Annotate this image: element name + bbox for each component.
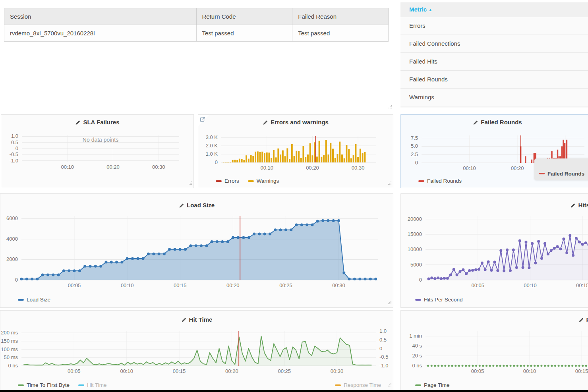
return-code-cell: Test passed [196,25,292,42]
svg-text:0: 0 [15,145,18,151]
svg-text:-1.0: -1.0 [379,363,388,369]
legend-color-dash [335,384,341,386]
svg-text:7.5: 7.5 [411,135,418,141]
svg-text:20000: 20000 [408,216,422,222]
tooltip-series-dash [539,173,545,174]
metric-table-panel: Metric ▲ Errors Failed Connections Faile… [400,2,588,108]
legend-item-response-time[interactable]: Response Time [335,382,381,388]
metric-row-errors[interactable]: Errors [400,17,588,35]
legend-item-failed-rounds[interactable]: Failed Rounds [418,178,462,184]
session-name-cell: rvdemo_8xl_5700vu_20160228l [4,25,197,42]
svg-text:00:15: 00:15 [576,282,588,288]
chart-legend: Page Time [415,382,588,388]
svg-text:100 ms: 100 ms [1,346,18,352]
legend-item-warnings[interactable]: Warnings [248,178,279,184]
svg-text:00:20: 00:20 [511,165,524,171]
svg-text:00:10: 00:10 [120,368,133,374]
svg-text:40 s: 40 s [412,343,422,349]
metric-row-failed-connections[interactable]: Failed Connections [400,35,588,53]
sla-failures-chart-canvas[interactable]: 1.00.50-0.5-1.000:1000:2000:30No data po… [1,115,193,188]
svg-text:00:05: 00:05 [471,368,484,374]
legend-item-hits-per-second[interactable]: Hits Per Second [415,297,463,303]
session-table-row[interactable]: rvdemo_8xl_5700vu_20160228l Test passed … [4,25,389,42]
svg-text:0: 0 [379,346,382,351]
svg-text:200 ms: 200 ms [1,330,18,336]
svg-text:0 ns: 0 ns [8,363,18,369]
svg-text:4000: 4000 [6,236,18,242]
legend-item-errors[interactable]: Errors [216,178,239,184]
svg-text:00:10: 00:10 [121,282,134,288]
svg-text:0: 0 [215,159,218,165]
svg-text:0: 0 [15,277,18,283]
svg-text:-0.5: -0.5 [379,354,388,360]
svg-text:00:05: 00:05 [68,368,81,374]
chart-tooltip: 00:20:40 Failed Rounds [534,158,588,180]
svg-text:20 s: 20 s [412,353,422,359]
legend-item-hit-time[interactable]: Hit Time [78,382,107,388]
metric-row-warnings[interactable]: Warnings [400,89,588,106]
tooltip-timestamp: 00:20:40 [539,162,588,168]
svg-text:0.5: 0.5 [11,139,18,145]
svg-text:00:30: 00:30 [352,165,365,171]
chart-legend: Hits Per Second [415,297,588,303]
legend-color-dash [18,384,24,386]
hits-per-second-chart-canvas[interactable]: 2000015000100005000000:0500:1000:1500:20… [401,194,588,307]
svg-text:00:10: 00:10 [260,165,273,171]
svg-text:-1.0: -1.0 [10,158,18,164]
page-time-chart-canvas[interactable]: 1 min40 s20 s0 ns00:0500:1000:1500:2000:… [401,311,588,390]
svg-text:00:10: 00:10 [61,164,74,170]
svg-text:3.0 K: 3.0 K [206,134,218,140]
column-header-return-code[interactable]: Return Code [196,8,292,25]
svg-text:00:05: 00:05 [471,282,484,288]
legend-item-load-size[interactable]: Load Size [18,297,50,303]
svg-text:5000: 5000 [410,262,422,268]
failed-rounds-panel: Failed Rounds 7.55.02.5000:1000:2000:30 … [400,114,588,188]
resize-grip-icon[interactable] [188,180,192,187]
svg-text:00:20: 00:20 [226,282,240,288]
svg-text:00:05: 00:05 [68,282,81,288]
legend-item-page-time[interactable]: Page Time [415,382,450,388]
column-header-failed-reason[interactable]: Failed Reason [292,8,389,25]
errors-warnings-chart-canvas[interactable]: 3.0 K2.0 K1.0 K000:1000:2000:30 [198,115,393,188]
hit-time-panel: Hit Time 200 ms150 ms100 ms50 ms0 ns1.00… [0,310,393,390]
legend-color-dash [248,180,254,182]
legend-color-dash [418,180,424,182]
legend-item-time-to-first-byte[interactable]: Time To First Byte [18,382,70,388]
svg-text:00:30: 00:30 [331,368,344,374]
session-table-panel: Session Return Code Failed Reason rvdemo… [0,0,393,112]
svg-text:00:10: 00:10 [523,368,536,374]
resize-grip-icon[interactable] [388,180,392,187]
chart-legend: Load Size [18,297,377,303]
chart-legend: Time To First ByteHit TimeResponse Time [18,382,381,388]
svg-text:2.0 K: 2.0 K [206,143,218,149]
svg-text:00:20: 00:20 [225,368,238,374]
svg-text:00:25: 00:25 [279,282,292,288]
metric-column-header[interactable]: Metric ▲ [400,2,588,17]
resize-grip-icon[interactable] [388,103,392,110]
svg-text:1.0: 1.0 [11,133,18,139]
svg-text:-0.5: -0.5 [10,151,18,157]
svg-text:0: 0 [419,277,422,283]
svg-text:00:30: 00:30 [152,164,165,170]
load-size-chart-canvas[interactable]: 600040002000000:0500:1000:1500:2000:2500… [0,194,393,307]
svg-text:0 ns: 0 ns [412,363,422,369]
metric-row-failed-hits[interactable]: Failed Hits [400,53,588,71]
dashboard-screen: Session Return Code Failed Reason rvdemo… [0,0,588,392]
errors-warnings-panel: Errors and warnings 3.0 K2.0 K1.0 K000:1… [198,114,393,188]
hit-time-chart-canvas[interactable]: 200 ms150 ms100 ms50 ms0 ns1.00.50-0.5-1… [0,311,393,390]
resize-grip-icon[interactable] [388,299,392,306]
svg-text:2000: 2000 [6,256,18,262]
svg-text:5.0: 5.0 [411,143,418,149]
svg-text:50 ms: 50 ms [4,354,18,360]
svg-text:2.5: 2.5 [411,151,418,157]
svg-text:00:20: 00:20 [306,165,319,171]
resize-grip-icon[interactable] [388,381,392,388]
svg-text:1 min: 1 min [409,333,422,339]
hits-per-second-panel: Hits Per Second 2000015000100005000000:0… [400,193,588,308]
svg-text:00:20: 00:20 [106,164,120,170]
svg-text:No data points: No data points [83,137,118,143]
metric-row-failed-rounds[interactable]: Failed Rounds [400,71,588,89]
metric-header-label: Metric [409,6,427,13]
column-header-session[interactable]: Session [4,8,197,25]
session-results-table: Session Return Code Failed Reason rvdemo… [4,8,389,42]
